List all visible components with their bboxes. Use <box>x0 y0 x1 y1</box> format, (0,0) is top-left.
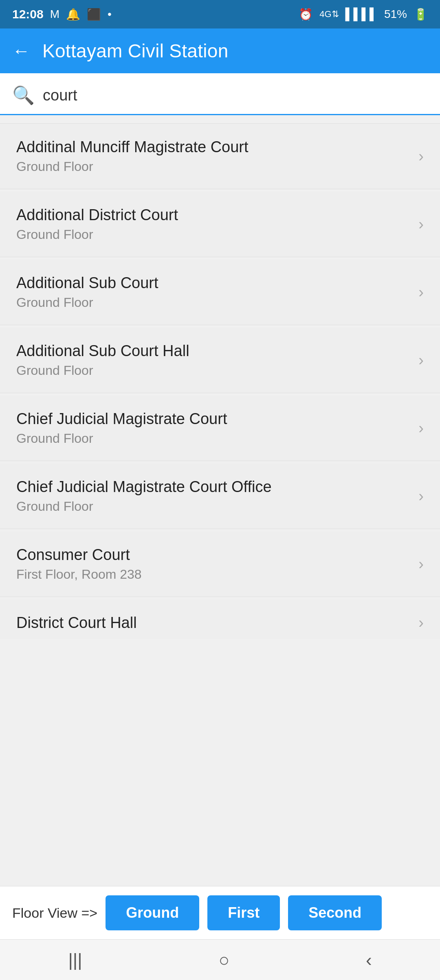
list-item-subtitle: First Floor, Room 238 <box>16 567 410 582</box>
list-container: Additinal Munciff Magistrate Court Groun… <box>0 115 440 647</box>
alarm-icon: ⏰ <box>299 8 313 21</box>
list-item[interactable]: Chief Judicial Magistrate Court Ground F… <box>0 396 440 461</box>
gmail-icon: M <box>50 8 59 21</box>
list-item[interactable]: Additional Sub Court Hall Ground Floor › <box>0 328 440 393</box>
chevron-right-icon: › <box>418 352 424 369</box>
data-icon: 4G⇅ <box>319 9 339 20</box>
list-item[interactable]: Additional Sub Court Ground Floor › <box>0 260 440 325</box>
battery-percent: 51% <box>384 8 407 21</box>
list-item-content: District Court Hall <box>16 614 410 635</box>
list-item-subtitle: Ground Floor <box>16 363 410 378</box>
back-nav-button[interactable]: ‹ <box>350 943 388 977</box>
chevron-right-icon: › <box>418 556 424 573</box>
chevron-right-icon: › <box>418 420 424 437</box>
chevron-right-icon: › <box>418 284 424 301</box>
battery-icon: 🔋 <box>414 8 428 21</box>
dot-icon: • <box>108 8 112 21</box>
list-item-subtitle: Ground Floor <box>16 499 410 514</box>
list-item-subtitle: Ground Floor <box>16 295 410 310</box>
chevron-right-icon: › <box>418 216 424 233</box>
floor-view-label: Floor View => <box>12 905 97 921</box>
list-item-subtitle: Ground Floor <box>16 227 410 242</box>
notification-icon: 🔔 <box>66 8 80 21</box>
bottom-nav: ||| ○ ‹ <box>0 939 440 980</box>
list-item[interactable]: Consumer Court First Floor, Room 238 › <box>0 532 440 597</box>
list-item-title: District Court Hall <box>16 614 410 632</box>
list-item-title: Consumer Court <box>16 546 410 564</box>
status-bar-left: 12:08 M 🔔 ⬛ • <box>12 7 112 21</box>
back-button[interactable]: ← <box>12 41 30 61</box>
list-item-content: Additinal Munciff Magistrate Court Groun… <box>16 138 410 174</box>
list-item-content: Additional Sub Court Hall Ground Floor <box>16 342 410 378</box>
list-item-subtitle: Ground Floor <box>16 159 410 174</box>
status-bar-right: ⏰ 4G⇅ ▌▌▌▌ 51% 🔋 <box>299 8 428 21</box>
screenshot-icon: ⬛ <box>87 8 101 21</box>
home-button[interactable]: ○ <box>202 943 246 977</box>
search-icon: 🔍 <box>12 85 35 106</box>
ground-floor-button[interactable]: Ground <box>106 895 199 930</box>
chevron-right-icon: › <box>418 614 424 632</box>
list-item-title: Additional Sub Court Hall <box>16 342 410 360</box>
list-item-title: Chief Judicial Magistrate Court Office <box>16 478 410 496</box>
recent-apps-button[interactable]: ||| <box>52 943 98 977</box>
list-item[interactable]: Additinal Munciff Magistrate Court Groun… <box>0 123 440 189</box>
status-bar: 12:08 M 🔔 ⬛ • ⏰ 4G⇅ ▌▌▌▌ 51% 🔋 <box>0 0 440 28</box>
list-item-title: Chief Judicial Magistrate Court <box>16 410 410 428</box>
floor-view-bar: Floor View => Ground First Second <box>0 886 440 939</box>
list-item-content: Chief Judicial Magistrate Court Office G… <box>16 478 410 514</box>
chevron-right-icon: › <box>418 148 424 165</box>
list-item-title: Additinal Munciff Magistrate Court <box>16 138 410 156</box>
list-item[interactable]: Chief Judicial Magistrate Court Office G… <box>0 464 440 529</box>
status-time: 12:08 <box>12 7 44 21</box>
list-item[interactable]: District Court Hall › <box>0 599 440 639</box>
list-item-subtitle: Ground Floor <box>16 431 410 446</box>
search-bar: 🔍 <box>0 73 440 115</box>
list-item-content: Additional District Court Ground Floor <box>16 206 410 242</box>
app-header: ← Kottayam Civil Station <box>0 28 440 73</box>
page-title: Kottayam Civil Station <box>42 40 229 62</box>
results-list: Additinal Munciff Magistrate Court Groun… <box>0 115 440 737</box>
list-item-title: Additional District Court <box>16 206 410 224</box>
chevron-right-icon: › <box>418 488 424 505</box>
search-input[interactable] <box>43 87 428 104</box>
list-item[interactable]: Additional District Court Ground Floor › <box>0 192 440 257</box>
list-item-content: Additional Sub Court Ground Floor <box>16 274 410 310</box>
list-item-content: Chief Judicial Magistrate Court Ground F… <box>16 410 410 446</box>
list-item-content: Consumer Court First Floor, Room 238 <box>16 546 410 582</box>
list-item-title: Additional Sub Court <box>16 274 410 292</box>
first-floor-button[interactable]: First <box>207 895 280 930</box>
second-floor-button[interactable]: Second <box>288 895 382 930</box>
signal-icon: ▌▌▌▌ <box>345 8 378 21</box>
